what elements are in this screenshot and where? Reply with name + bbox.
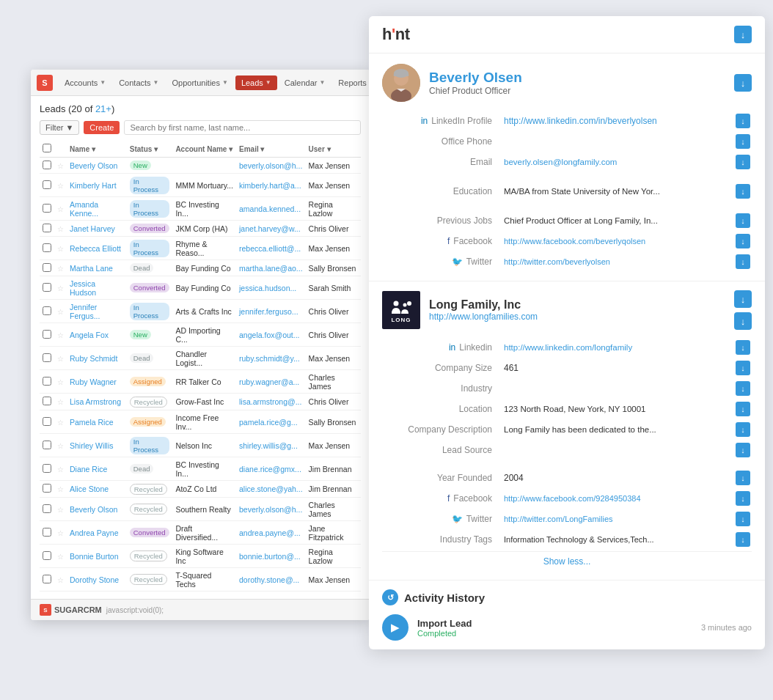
lead-name-link[interactable]: Ruby Schmidt: [70, 354, 117, 363]
email-cell[interactable]: martha.lane@ao...: [236, 260, 306, 276]
row-checkbox[interactable]: [43, 263, 51, 272]
email-cell[interactable]: jennifer.ferguso...: [236, 300, 306, 323]
email-value[interactable]: beverly.olsen@longfamily.com: [501, 158, 724, 166]
search-input[interactable]: [124, 120, 361, 135]
row-checkbox[interactable]: [43, 283, 51, 292]
hint-download-button[interactable]: ↓: [734, 26, 752, 43]
contact-twitter-url[interactable]: http://twitter.com/beverlyolsen: [501, 257, 724, 266]
email-cell[interactable]: beverly.olson@h...: [236, 498, 306, 521]
lead-name-link[interactable]: Andrea Payne: [70, 528, 119, 537]
email-cell[interactable]: bonnie.burton@...: [236, 545, 306, 568]
nav-opportunities[interactable]: Opportunities ▼: [166, 75, 234, 90]
email-cell[interactable]: angela.fox@out...: [236, 323, 306, 347]
filter-button[interactable]: Filter ▼: [40, 120, 79, 135]
row-checkbox[interactable]: [43, 353, 51, 362]
row-checkbox[interactable]: [43, 528, 51, 537]
email-cell[interactable]: beverly.olson@h...: [236, 158, 306, 174]
row-checkbox[interactable]: [43, 551, 51, 560]
star-icon[interactable]: ☆: [57, 419, 64, 427]
education-download[interactable]: ↓: [736, 184, 750, 199]
nav-reports[interactable]: Reports: [332, 75, 370, 90]
location-download[interactable]: ↓: [736, 402, 750, 416]
row-checkbox[interactable]: [43, 484, 51, 493]
star-icon[interactable]: ☆: [57, 245, 64, 253]
lead-name-link[interactable]: Jennifer Fergus...: [70, 303, 100, 320]
contact-facebook-download[interactable]: ↓: [736, 234, 750, 248]
email-cell[interactable]: diane.rice@gmx...: [236, 457, 306, 481]
lead-name-link[interactable]: Diane Rice: [70, 465, 107, 474]
lead-name-link[interactable]: Beverly Olson: [70, 505, 117, 514]
row-checkbox[interactable]: [43, 441, 51, 449]
nav-leads[interactable]: Leads ▼: [235, 75, 277, 90]
row-checkbox[interactable]: [43, 204, 51, 213]
star-icon[interactable]: ☆: [57, 378, 64, 386]
lead-name-link[interactable]: Dorothy Stone: [70, 575, 119, 584]
email-cell[interactable]: ruby.wagner@a...: [236, 370, 306, 394]
lead-name-link[interactable]: Rebecca Elliott: [70, 244, 121, 253]
row-checkbox[interactable]: [43, 306, 51, 315]
nav-calendar[interactable]: Calendar ▼: [279, 75, 331, 90]
star-icon[interactable]: ☆: [57, 576, 64, 584]
description-download[interactable]: ↓: [736, 422, 750, 437]
company-url[interactable]: http://www.longfamilies.com: [429, 312, 538, 322]
lead-name-link[interactable]: Ruby Wagner: [70, 377, 117, 386]
email-cell[interactable]: pamela.rice@g...: [236, 410, 306, 434]
email-cell[interactable]: ruby.schmidt@y...: [236, 347, 306, 370]
email-cell[interactable]: rebecca.elliott@...: [236, 237, 306, 260]
star-icon[interactable]: ☆: [57, 308, 64, 316]
linkedin-download[interactable]: ↓: [736, 114, 750, 128]
lead-source-download[interactable]: ↓: [736, 443, 750, 457]
lead-name-link[interactable]: Amanda Kenne...: [70, 200, 98, 218]
select-all-checkbox[interactable]: [43, 144, 51, 152]
contact-facebook-url[interactable]: http://www.facebook.com/beverlyqolsen: [501, 237, 724, 246]
lead-name-link[interactable]: Beverly Olson: [70, 161, 117, 170]
row-checkbox[interactable]: [43, 504, 51, 513]
row-checkbox[interactable]: [43, 180, 51, 189]
company-facebook-url[interactable]: http://www.facebook.com/9284950384: [501, 494, 724, 503]
row-checkbox[interactable]: [43, 397, 51, 405]
company-name-download[interactable]: ↓: [734, 290, 752, 308]
star-icon[interactable]: ☆: [57, 205, 64, 213]
star-icon[interactable]: ☆: [57, 465, 64, 474]
row-checkbox[interactable]: [43, 417, 51, 426]
row-checkbox[interactable]: [43, 464, 51, 473]
row-checkbox[interactable]: [43, 377, 51, 386]
lead-name-link[interactable]: Jessica Hudson: [70, 279, 96, 297]
leads-count-link[interactable]: 21+: [95, 103, 111, 114]
row-checkbox[interactable]: [43, 224, 51, 232]
star-icon[interactable]: ☆: [57, 529, 64, 537]
show-less-link[interactable]: Show less...: [382, 551, 752, 571]
email-cell[interactable]: alice.stone@yah...: [236, 481, 306, 498]
lead-name-link[interactable]: Lisa Armstrong: [70, 397, 121, 406]
lead-name-link[interactable]: Janet Harvey: [70, 224, 115, 233]
star-icon[interactable]: ☆: [57, 485, 64, 493]
email-cell[interactable]: kimberly.hart@a...: [236, 174, 306, 197]
email-cell[interactable]: lisa.armstrong@...: [236, 394, 306, 410]
email-cell[interactable]: amanda.kenned...: [236, 197, 306, 221]
email-cell[interactable]: dorothy.stone@...: [236, 568, 306, 592]
industry-download[interactable]: ↓: [736, 381, 750, 396]
year-founded-download[interactable]: ↓: [736, 471, 750, 485]
star-icon[interactable]: ☆: [57, 162, 64, 170]
email-cell[interactable]: janet.harvey@w...: [236, 221, 306, 237]
row-checkbox[interactable]: [43, 243, 51, 252]
lead-name-link[interactable]: Kimberly Hart: [70, 181, 117, 190]
lead-name-link[interactable]: Angela Fox: [70, 331, 109, 339]
lead-name-link[interactable]: Martha Lane: [70, 264, 113, 273]
row-checkbox[interactable]: [43, 575, 51, 583]
star-icon[interactable]: ☆: [57, 265, 64, 273]
prev-jobs-download[interactable]: ↓: [736, 213, 750, 228]
star-icon[interactable]: ☆: [57, 284, 64, 292]
company-twitter-url[interactable]: http://twitter.com/LongFamilies: [501, 515, 724, 523]
nav-contacts[interactable]: Contacts ▼: [113, 75, 164, 90]
contact-name[interactable]: Beverly Olsen: [429, 70, 522, 86]
company-linkedin-download[interactable]: ↓: [736, 340, 750, 355]
lead-name-link[interactable]: Bonnie Burton: [70, 552, 119, 561]
email-cell[interactable]: shirley.willis@g...: [236, 434, 306, 457]
company-size-download[interactable]: ↓: [736, 361, 750, 375]
contact-download-button[interactable]: ↓: [734, 74, 752, 92]
star-icon[interactable]: ☆: [57, 182, 64, 190]
star-icon[interactable]: ☆: [57, 398, 64, 406]
company-twitter-download[interactable]: ↓: [736, 512, 750, 526]
industry-tags-download[interactable]: ↓: [736, 532, 750, 547]
